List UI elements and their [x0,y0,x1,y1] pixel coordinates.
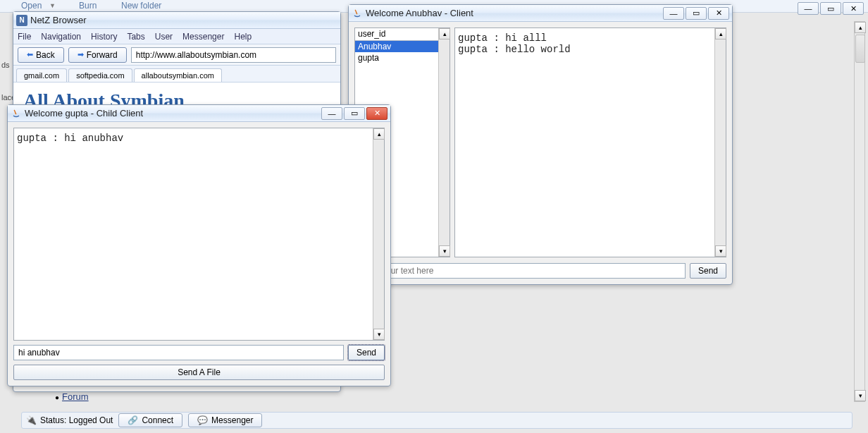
parent-window-controls: — ▭ ✕ [798,2,864,15]
forum-link-label: Forum [62,391,89,402]
send-file-button[interactable]: Send A File [13,365,385,380]
forward-button[interactable]: ➡ Forward [68,47,127,63]
arrow-right-icon: ➡ [78,50,84,59]
child-message-input[interactable] [13,345,344,360]
chat-text: gupta : hi alll gupta : hello world [458,32,712,254]
gupta-maximize-button[interactable]: ▭ [344,107,365,120]
scroll-down-icon[interactable]: ▾ [439,245,450,257]
connect-button[interactable]: 🔗 Connect [118,413,182,427]
menu-help[interactable]: Help [234,32,252,42]
bg-newfolder-label[interactable]: New folder [121,1,161,11]
scroll-up-icon[interactable]: ▴ [373,128,385,140]
message-input[interactable] [354,263,686,279]
chat-scrollbar[interactable]: ▴ ▾ [714,28,726,257]
bg-open-label[interactable]: Open [21,1,42,11]
anubhav-titlebar[interactable]: Welcome Anubhav - Client — ▭ ✕ [349,5,732,22]
arrow-left-icon: ⬅ [27,50,33,59]
gupta-title: Welcome gupta - Child Client [25,108,321,118]
menu-file[interactable]: File [18,32,31,42]
status-segment: 🔌 Status: Logged Out [26,415,113,425]
forward-label: Forward [87,50,118,60]
browser-toolbar: ⬅ Back ➡ Forward [13,44,340,66]
child-chat-area: gupta : hi anubhav ▴ ▾ [13,128,385,341]
child-chat-scrollbar[interactable]: ▴ ▾ [373,128,384,340]
anubhav-title: Welcome Anubhav - Client [366,8,663,18]
dropdown-arrow-icon: ▼ [49,2,56,9]
child-send-button[interactable]: Send [348,345,385,360]
bullet-icon: ● [55,394,59,401]
menu-user[interactable]: User [155,32,173,42]
status-text: Status: Logged Out [40,415,113,425]
browser-app-icon: N [16,15,27,26]
back-button[interactable]: ⬅ Back [18,47,64,63]
scroll-down-icon[interactable]: ▾ [373,329,385,340]
menu-tabs[interactable]: Tabs [127,32,144,42]
send-button[interactable]: Send [690,263,726,279]
tab-allaboutsymbian[interactable]: allaboutsymbian.com [134,68,222,82]
gupta-client-window: Welcome gupta - Child Client — ▭ ✕ gupta… [7,104,391,386]
back-label: Back [36,50,55,60]
plug-icon: 🔌 [26,415,37,425]
connect-label: Connect [142,415,173,425]
scroll-thumb[interactable] [855,35,865,63]
messenger-button[interactable]: 💬 Messenger [188,413,262,427]
menu-navigation[interactable]: Navigation [41,32,81,42]
scroll-up-icon[interactable]: ▴ [715,28,726,39]
left-ghost-ds: ds [1,61,10,69]
scroll-up-icon[interactable]: ▴ [855,22,866,33]
gupta-titlebar[interactable]: Welcome gupta - Child Client — ▭ ✕ [8,105,390,122]
menu-history[interactable]: History [91,32,117,42]
chat-area: gupta : hi alll gupta : hello world ▴ ▾ [454,28,726,257]
browser-tabbar: gmail.com softpedia.com allaboutsymbian.… [13,66,340,83]
tab-gmail[interactable]: gmail.com [16,68,67,82]
menu-messenger[interactable]: Messenger [182,32,224,42]
bg-burn-label[interactable]: Burn [79,1,97,11]
anubhav-minimize-button[interactable]: — [663,7,684,20]
parent-maximize-button[interactable]: ▭ [820,2,841,15]
tab-softpedia[interactable]: softpedia.com [68,68,132,82]
java-icon [11,108,22,119]
messenger-label: Messenger [211,415,253,425]
user-item-gupta[interactable]: gupta [355,52,450,63]
child-chat-text: gupta : hi anubhav [17,133,370,337]
user-item-anubhav[interactable]: Anubhav [355,41,450,52]
browser-title: NetZ Browser [30,15,337,25]
browser-menubar: File Navigation History Tabs User Messen… [13,29,340,44]
anubhav-close-button[interactable]: ✕ [708,7,729,20]
connect-icon: 🔗 [128,415,138,425]
userlist-scrollbar[interactable]: ▴ ▾ [438,28,450,257]
parent-scrollbar[interactable]: ▴ ▾ [854,21,865,402]
status-bar: 🔌 Status: Logged Out 🔗 Connect 💬 Messeng… [21,412,852,429]
anubhav-client-window: Welcome Anubhav - Client — ▭ ✕ user_id A… [348,4,733,285]
messenger-icon: 💬 [197,415,208,425]
scroll-down-icon[interactable]: ▾ [855,390,866,401]
browser-titlebar[interactable]: N NetZ Browser [13,12,340,29]
parent-close-button[interactable]: ✕ [843,2,864,15]
gupta-minimize-button[interactable]: — [321,107,342,120]
java-icon [352,8,363,19]
forum-link[interactable]: ●Forum [55,391,89,402]
gupta-close-button[interactable]: ✕ [366,107,388,120]
anubhav-maximize-button[interactable]: ▭ [686,7,707,20]
parent-minimize-button[interactable]: — [798,2,819,15]
user-list-header[interactable]: user_id [355,28,450,41]
scroll-up-icon[interactable]: ▴ [439,28,450,39]
url-input[interactable] [131,47,336,63]
scroll-down-icon[interactable]: ▾ [715,245,726,257]
